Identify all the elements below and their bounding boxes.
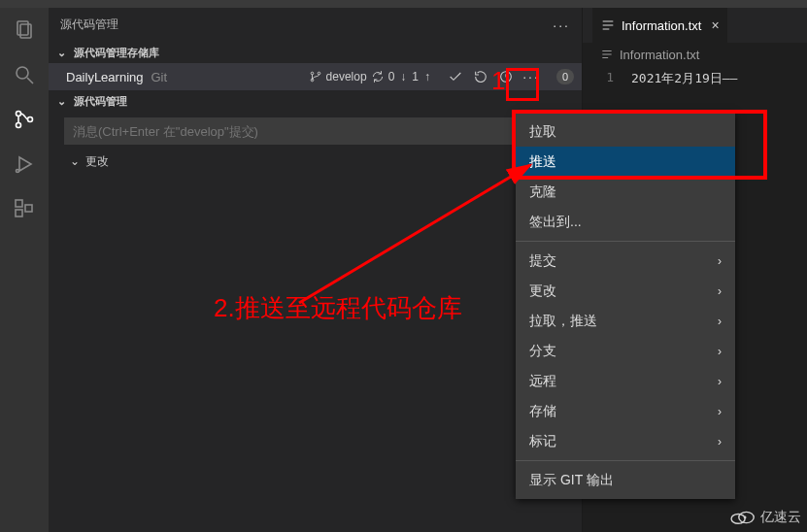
chevron-right-icon: › <box>718 375 722 388</box>
chevron-right-icon: › <box>718 315 722 328</box>
menu-item[interactable]: 存储› <box>516 396 735 426</box>
repo-name: DailyLearning <box>66 70 144 84</box>
context-menu: 拉取推送克隆签出到...提交›更改›拉取，推送›分支›远程›存储›标记›显示 G… <box>516 113 735 499</box>
sync-up: 1 <box>410 70 420 83</box>
watermark: 亿速云 <box>729 509 801 526</box>
svg-marker-7 <box>19 157 31 171</box>
menu-item-label: 更改 <box>529 283 556 300</box>
breadcrumb[interactable]: Information.txt <box>583 43 807 66</box>
chevron-right-icon: › <box>718 254 722 268</box>
repo-row[interactable]: DailyLearning Git develop 0↓ 1↑ ··· 0 <box>49 63 582 90</box>
branch-status[interactable]: develop 0↓ 1↑ <box>309 70 432 83</box>
close-icon[interactable]: × <box>711 17 719 33</box>
section-scm-label: 源代码管理 <box>74 94 127 109</box>
menu-item-label: 分支 <box>529 343 556 360</box>
svg-point-5 <box>17 123 21 128</box>
svg-rect-11 <box>25 205 32 212</box>
file-icon <box>600 48 614 61</box>
chevron-down-icon: ⌄ <box>54 47 68 59</box>
line-text: 2021年2月19日—— <box>631 70 737 87</box>
change-count: 0 <box>556 69 574 84</box>
chevron-down-icon: ⌄ <box>70 154 80 168</box>
menu-item[interactable]: 远程› <box>516 366 735 396</box>
chevron-right-icon: › <box>718 284 722 298</box>
branch-name: develop <box>324 70 369 83</box>
panel-title-row: 源代码管理 ··· <box>49 8 582 42</box>
chevron-right-icon: › <box>718 405 722 418</box>
section-repos-label: 源代码管理存储库 <box>74 46 159 60</box>
titlebar-strip <box>0 0 807 8</box>
menu-item-label: 拉取 <box>529 123 556 141</box>
menu-item-label: 显示 GIT 输出 <box>529 472 614 489</box>
extensions-icon[interactable] <box>12 196 37 221</box>
chevron-right-icon: › <box>718 435 722 449</box>
line-number: 1 <box>600 70 614 87</box>
menu-separator <box>516 460 735 461</box>
menu-item-label: 远程 <box>529 373 556 390</box>
menu-item[interactable]: 分支› <box>516 336 735 366</box>
svg-point-14 <box>318 72 320 75</box>
sync-down: 0 <box>387 70 397 83</box>
menu-item[interactable]: 克隆 <box>516 177 735 207</box>
repo-vcs: Git <box>151 70 168 84</box>
svg-point-6 <box>28 117 33 122</box>
svg-point-8 <box>17 170 19 173</box>
menu-item-label: 推送 <box>529 153 556 171</box>
repo-more-icon[interactable]: ··· <box>521 68 541 85</box>
menu-item-label: 提交 <box>529 252 556 270</box>
commit-check-icon[interactable] <box>448 69 463 84</box>
chevron-right-icon: › <box>718 345 722 358</box>
menu-item-label: 拉取，推送 <box>529 313 597 330</box>
svg-line-3 <box>27 78 33 83</box>
explorer-icon[interactable] <box>12 17 37 43</box>
svg-rect-10 <box>16 210 22 216</box>
menu-item-label: 存储 <box>529 403 556 420</box>
crumb-label: Information.txt <box>620 48 699 62</box>
file-icon <box>600 17 616 33</box>
panel-title: 源代码管理 <box>60 17 118 33</box>
sync-icon <box>371 70 385 83</box>
activity-bar <box>0 8 49 532</box>
section-scm-head[interactable]: ⌄ 源代码管理 <box>49 90 582 112</box>
menu-item[interactable]: 提交› <box>516 246 735 276</box>
svg-point-2 <box>17 67 28 79</box>
source-control-icon[interactable] <box>12 107 37 132</box>
history-icon[interactable] <box>498 69 514 84</box>
tab-label: Information.txt <box>622 18 701 33</box>
menu-item[interactable]: 拉取 <box>516 116 735 147</box>
run-debug-icon[interactable] <box>12 151 37 177</box>
menu-item[interactable]: 推送 <box>516 147 735 177</box>
menu-item-label: 克隆 <box>529 183 556 201</box>
arrow-down-icon: ↓ <box>398 70 408 83</box>
menu-item[interactable]: 显示 GIT 输出 <box>516 465 735 495</box>
menu-item[interactable]: 签出到... <box>516 207 735 237</box>
menu-item[interactable]: 更改› <box>516 276 735 306</box>
svg-point-12 <box>311 72 314 75</box>
svg-rect-9 <box>16 200 22 207</box>
chevron-down-icon: ⌄ <box>54 95 68 108</box>
side-panel: 源代码管理 ··· ⌄ 源代码管理存储库 DailyLearning Git d… <box>49 8 583 532</box>
menu-item[interactable]: 拉取，推送› <box>516 306 735 336</box>
editor-tabs: Information.txt × <box>583 8 807 43</box>
menu-item-label: 标记 <box>529 433 556 450</box>
branch-icon <box>309 70 322 83</box>
watermark-text: 亿速云 <box>760 509 801 526</box>
svg-rect-1 <box>20 24 31 38</box>
section-repos-head[interactable]: ⌄ 源代码管理存储库 <box>49 42 582 63</box>
menu-item[interactable]: 标记› <box>516 426 735 456</box>
changes-label: 更改 <box>85 153 109 170</box>
code-line[interactable]: 1 2021年2月19日—— <box>583 66 807 87</box>
svg-rect-0 <box>17 21 28 35</box>
changes-row[interactable]: ⌄ 更改 <box>49 150 582 172</box>
tab-information[interactable]: Information.txt × <box>592 8 727 43</box>
panel-more-icon[interactable]: ··· <box>553 17 570 33</box>
svg-point-4 <box>17 112 21 116</box>
menu-item-label: 签出到... <box>529 214 582 231</box>
refresh-icon[interactable] <box>473 69 488 84</box>
arrow-up-icon: ↑ <box>422 70 432 83</box>
svg-point-25 <box>744 516 747 519</box>
menu-separator <box>516 241 735 242</box>
search-icon[interactable] <box>12 62 37 87</box>
